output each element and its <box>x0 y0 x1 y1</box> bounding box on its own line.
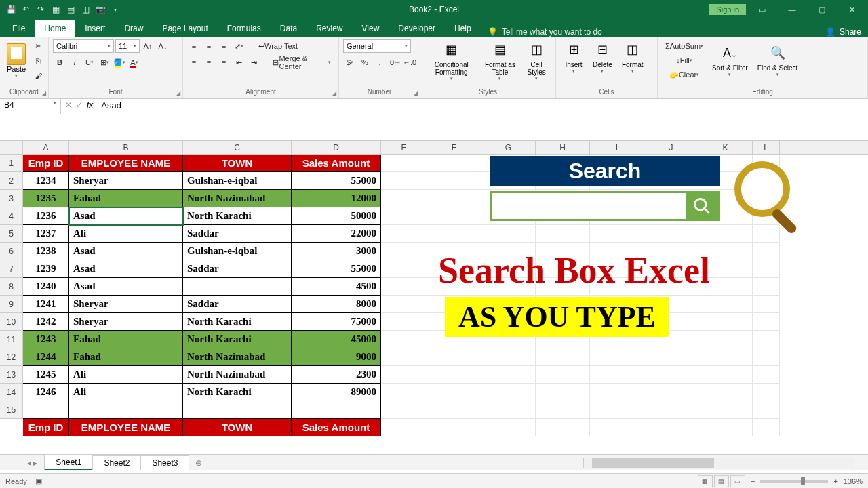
cell[interactable] <box>427 419 481 436</box>
close-icon[interactable]: ✕ <box>838 0 865 19</box>
cell[interactable] <box>590 225 644 243</box>
cell[interactable] <box>183 278 292 296</box>
formula-input[interactable]: Asad <box>97 99 868 140</box>
number-dialog-icon[interactable]: ◢ <box>414 90 418 96</box>
row-15[interactable]: 15 <box>0 401 23 419</box>
cell[interactable] <box>381 207 427 225</box>
cell[interactable] <box>753 366 780 384</box>
font-dialog-icon[interactable]: ◢ <box>176 90 180 96</box>
minimize-icon[interactable]: — <box>778 0 806 19</box>
tab-developer[interactable]: Developer <box>389 20 445 37</box>
col-A[interactable]: A <box>23 141 69 154</box>
cell[interactable]: TOWN <box>183 155 292 172</box>
cell[interactable]: North Karachi <box>183 384 292 401</box>
increase-decimal-icon[interactable]: .0→ <box>388 56 401 69</box>
cell[interactable] <box>23 401 69 419</box>
cell[interactable] <box>427 190 481 207</box>
cell[interactable] <box>753 243 780 260</box>
cell[interactable]: 1242 <box>23 313 69 331</box>
cell[interactable]: 1234 <box>23 172 69 190</box>
format-as-table-button[interactable]: ▤ Format as Table▾ <box>479 39 520 83</box>
macro-record-icon[interactable]: ▣ <box>35 476 42 485</box>
cell[interactable]: North Nazimabad <box>183 190 292 207</box>
ribbon-options-icon[interactable]: ▭ <box>749 0 776 19</box>
qat-more-icon[interactable]: ▾ <box>110 4 121 15</box>
insert-cells-button[interactable]: ⊞ Insert▾ <box>560 39 587 75</box>
cell[interactable]: Asad <box>69 260 183 278</box>
italic-button[interactable]: I <box>68 56 81 69</box>
cell[interactable]: 8000 <box>292 296 381 313</box>
sheet-tab-2[interactable]: Sheet2 <box>92 455 141 470</box>
cell[interactable]: Saddar <box>183 225 292 243</box>
row-13[interactable]: 13 <box>0 366 23 384</box>
align-left-icon[interactable]: ≡ <box>187 56 201 69</box>
cell[interactable]: 1246 <box>23 384 69 401</box>
cell[interactable] <box>427 401 481 419</box>
cell[interactable]: 55000 <box>292 260 381 278</box>
find-select-button[interactable]: 🔍 Find & Select▾ <box>753 43 802 79</box>
percent-icon[interactable]: % <box>358 56 372 69</box>
format-cells-button[interactable]: ◫ Format▾ <box>618 39 648 75</box>
tab-view[interactable]: View <box>353 20 389 37</box>
cells-area[interactable]: Emp IDEMPLOYEE NAMETOWNSales Amount1234S… <box>23 155 868 436</box>
cell[interactable]: Gulshan-e-iqbal <box>183 243 292 260</box>
cell[interactable] <box>536 225 590 243</box>
cell[interactable] <box>753 348 780 366</box>
font-name-select[interactable]: Calibri▾ <box>53 39 114 53</box>
conditional-formatting-button[interactable]: ▦ Conditional Formatting▾ <box>425 39 478 83</box>
cell[interactable] <box>698 296 753 313</box>
align-bottom-icon[interactable]: ≡ <box>217 39 231 53</box>
cell[interactable] <box>698 348 753 366</box>
wrap-text-button[interactable]: ↩ Wrap Text <box>255 39 301 53</box>
row-8[interactable]: 8 <box>0 278 23 296</box>
cell[interactable]: TOWN <box>183 419 292 436</box>
cell[interactable] <box>753 419 780 436</box>
zoom-level[interactable]: 136% <box>844 477 863 485</box>
cell[interactable] <box>427 172 481 190</box>
cell[interactable] <box>536 419 590 436</box>
fx-icon[interactable]: fx <box>87 100 93 110</box>
cell[interactable] <box>644 384 698 401</box>
decrease-decimal-icon[interactable]: ←.0 <box>403 56 416 69</box>
cell[interactable]: 12000 <box>292 190 381 207</box>
cell[interactable]: 4500 <box>292 278 381 296</box>
cell[interactable]: Fahad <box>69 190 183 207</box>
tab-draw[interactable]: Draw <box>115 20 153 37</box>
cell[interactable]: Sheryar <box>69 296 183 313</box>
cell[interactable] <box>381 331 427 348</box>
qat-icon-2[interactable]: ▤ <box>65 4 76 15</box>
zoom-in-icon[interactable]: + <box>833 477 837 485</box>
redo-icon[interactable]: ↷ <box>35 4 46 15</box>
font-color-button[interactable]: A▾ <box>127 56 141 69</box>
row-2[interactable]: 2 <box>0 172 23 190</box>
cell[interactable] <box>381 384 427 401</box>
row-1[interactable]: 1 <box>0 155 23 172</box>
cell[interactable] <box>381 348 427 366</box>
cell[interactable]: 50000 <box>292 207 381 225</box>
cell[interactable] <box>536 384 590 401</box>
cell[interactable] <box>381 296 427 313</box>
align-top-icon[interactable]: ≡ <box>187 39 201 53</box>
tab-formulas[interactable]: Formulas <box>218 20 271 37</box>
cell[interactable] <box>481 366 536 384</box>
worksheet-grid[interactable]: A B C D E F G H I J K L 1234567891011121… <box>0 141 868 436</box>
cell[interactable]: 89000 <box>292 384 381 401</box>
cell[interactable]: 55000 <box>292 172 381 190</box>
shrink-font-icon[interactable]: A↓ <box>156 39 170 53</box>
signin-button[interactable]: Sign in <box>709 4 746 15</box>
cell[interactable]: North Karachi <box>183 313 292 331</box>
cell[interactable] <box>427 348 481 366</box>
fill-button[interactable]: ↓ Fill ▾ <box>662 54 707 67</box>
merge-center-button[interactable]: ⊟ Merge & Center▾ <box>269 56 334 69</box>
cell[interactable] <box>381 278 427 296</box>
cell[interactable]: Fahad <box>69 331 183 348</box>
row-10[interactable]: 10 <box>0 313 23 331</box>
paste-button[interactable]: Paste ▾ <box>4 42 28 80</box>
sheet-nav[interactable]: ◂ ▸ <box>20 458 44 468</box>
col-E[interactable]: E <box>381 141 427 154</box>
cell[interactable] <box>590 401 644 419</box>
tab-insert[interactable]: Insert <box>75 20 115 37</box>
cell[interactable]: 1236 <box>23 207 69 225</box>
cell[interactable]: Saddar <box>183 260 292 278</box>
col-J[interactable]: J <box>644 141 698 154</box>
